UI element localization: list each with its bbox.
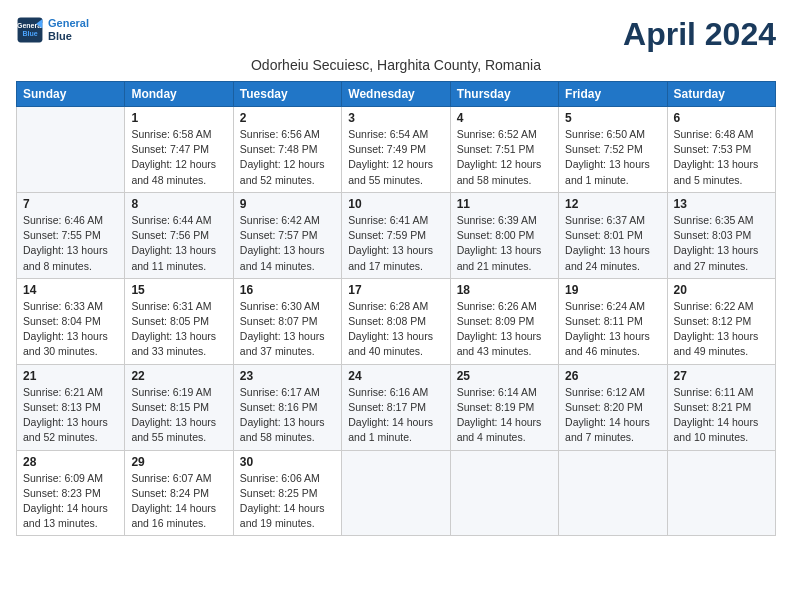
day-number: 27 [674,369,769,383]
logo-icon: General Blue [16,16,44,44]
calendar-cell: 26Sunrise: 6:12 AM Sunset: 8:20 PM Dayli… [559,364,667,450]
calendar-cell: 17Sunrise: 6:28 AM Sunset: 8:08 PM Dayli… [342,278,450,364]
calendar-cell: 3Sunrise: 6:54 AM Sunset: 7:49 PM Daylig… [342,107,450,193]
day-number: 16 [240,283,335,297]
day-number: 14 [23,283,118,297]
day-info: Sunrise: 6:11 AM Sunset: 8:21 PM Dayligh… [674,385,769,446]
day-info: Sunrise: 6:52 AM Sunset: 7:51 PM Dayligh… [457,127,552,188]
calendar-cell: 2Sunrise: 6:56 AM Sunset: 7:48 PM Daylig… [233,107,341,193]
day-number: 4 [457,111,552,125]
calendar-cell: 8Sunrise: 6:44 AM Sunset: 7:56 PM Daylig… [125,192,233,278]
day-info: Sunrise: 6:28 AM Sunset: 8:08 PM Dayligh… [348,299,443,360]
day-number: 13 [674,197,769,211]
calendar-cell: 9Sunrise: 6:42 AM Sunset: 7:57 PM Daylig… [233,192,341,278]
calendar-cell: 10Sunrise: 6:41 AM Sunset: 7:59 PM Dayli… [342,192,450,278]
day-info: Sunrise: 6:21 AM Sunset: 8:13 PM Dayligh… [23,385,118,446]
weekday-header-wednesday: Wednesday [342,82,450,107]
day-info: Sunrise: 6:17 AM Sunset: 8:16 PM Dayligh… [240,385,335,446]
logo-text: General Blue [48,17,89,43]
day-info: Sunrise: 6:14 AM Sunset: 8:19 PM Dayligh… [457,385,552,446]
header: General Blue General Blue April 2024 [16,16,776,53]
day-info: Sunrise: 6:31 AM Sunset: 8:05 PM Dayligh… [131,299,226,360]
day-number: 26 [565,369,660,383]
calendar-cell: 18Sunrise: 6:26 AM Sunset: 8:09 PM Dayli… [450,278,558,364]
calendar-cell: 22Sunrise: 6:19 AM Sunset: 8:15 PM Dayli… [125,364,233,450]
day-number: 18 [457,283,552,297]
day-number: 2 [240,111,335,125]
calendar-cell: 14Sunrise: 6:33 AM Sunset: 8:04 PM Dayli… [17,278,125,364]
calendar-cell [450,450,558,536]
calendar-cell: 12Sunrise: 6:37 AM Sunset: 8:01 PM Dayli… [559,192,667,278]
calendar-cell [559,450,667,536]
day-info: Sunrise: 6:12 AM Sunset: 8:20 PM Dayligh… [565,385,660,446]
day-info: Sunrise: 6:44 AM Sunset: 7:56 PM Dayligh… [131,213,226,274]
calendar-cell: 7Sunrise: 6:46 AM Sunset: 7:55 PM Daylig… [17,192,125,278]
weekday-header-saturday: Saturday [667,82,775,107]
day-info: Sunrise: 6:26 AM Sunset: 8:09 PM Dayligh… [457,299,552,360]
day-number: 8 [131,197,226,211]
day-info: Sunrise: 6:06 AM Sunset: 8:25 PM Dayligh… [240,471,335,532]
calendar-cell: 6Sunrise: 6:48 AM Sunset: 7:53 PM Daylig… [667,107,775,193]
weekday-header-sunday: Sunday [17,82,125,107]
day-info: Sunrise: 6:09 AM Sunset: 8:23 PM Dayligh… [23,471,118,532]
day-number: 20 [674,283,769,297]
day-info: Sunrise: 6:50 AM Sunset: 7:52 PM Dayligh… [565,127,660,188]
weekday-header-monday: Monday [125,82,233,107]
page-subtitle: Odorheiu Secuiesc, Harghita County, Roma… [16,57,776,73]
calendar-cell: 5Sunrise: 6:50 AM Sunset: 7:52 PM Daylig… [559,107,667,193]
day-info: Sunrise: 6:58 AM Sunset: 7:47 PM Dayligh… [131,127,226,188]
day-number: 28 [23,455,118,469]
day-info: Sunrise: 6:37 AM Sunset: 8:01 PM Dayligh… [565,213,660,274]
day-number: 15 [131,283,226,297]
logo: General Blue General Blue [16,16,89,44]
calendar-cell [667,450,775,536]
day-info: Sunrise: 6:54 AM Sunset: 7:49 PM Dayligh… [348,127,443,188]
day-number: 3 [348,111,443,125]
day-number: 17 [348,283,443,297]
calendar-cell: 25Sunrise: 6:14 AM Sunset: 8:19 PM Dayli… [450,364,558,450]
calendar-cell: 21Sunrise: 6:21 AM Sunset: 8:13 PM Dayli… [17,364,125,450]
day-number: 30 [240,455,335,469]
weekday-header-friday: Friday [559,82,667,107]
calendar-cell: 13Sunrise: 6:35 AM Sunset: 8:03 PM Dayli… [667,192,775,278]
calendar-cell: 30Sunrise: 6:06 AM Sunset: 8:25 PM Dayli… [233,450,341,536]
day-info: Sunrise: 6:19 AM Sunset: 8:15 PM Dayligh… [131,385,226,446]
day-info: Sunrise: 6:41 AM Sunset: 7:59 PM Dayligh… [348,213,443,274]
day-info: Sunrise: 6:56 AM Sunset: 7:48 PM Dayligh… [240,127,335,188]
calendar-cell: 20Sunrise: 6:22 AM Sunset: 8:12 PM Dayli… [667,278,775,364]
day-info: Sunrise: 6:07 AM Sunset: 8:24 PM Dayligh… [131,471,226,532]
day-info: Sunrise: 6:22 AM Sunset: 8:12 PM Dayligh… [674,299,769,360]
calendar-cell: 16Sunrise: 6:30 AM Sunset: 8:07 PM Dayli… [233,278,341,364]
calendar-cell: 29Sunrise: 6:07 AM Sunset: 8:24 PM Dayli… [125,450,233,536]
day-info: Sunrise: 6:16 AM Sunset: 8:17 PM Dayligh… [348,385,443,446]
calendar-cell: 27Sunrise: 6:11 AM Sunset: 8:21 PM Dayli… [667,364,775,450]
day-info: Sunrise: 6:33 AM Sunset: 8:04 PM Dayligh… [23,299,118,360]
calendar-cell: 15Sunrise: 6:31 AM Sunset: 8:05 PM Dayli… [125,278,233,364]
day-number: 23 [240,369,335,383]
weekday-header-tuesday: Tuesday [233,82,341,107]
svg-text:Blue: Blue [22,30,37,37]
day-number: 7 [23,197,118,211]
calendar-cell: 4Sunrise: 6:52 AM Sunset: 7:51 PM Daylig… [450,107,558,193]
calendar-table: SundayMondayTuesdayWednesdayThursdayFrid… [16,81,776,536]
calendar-cell: 1Sunrise: 6:58 AM Sunset: 7:47 PM Daylig… [125,107,233,193]
day-info: Sunrise: 6:46 AM Sunset: 7:55 PM Dayligh… [23,213,118,274]
calendar-cell [342,450,450,536]
day-number: 19 [565,283,660,297]
day-number: 22 [131,369,226,383]
calendar-cell: 24Sunrise: 6:16 AM Sunset: 8:17 PM Dayli… [342,364,450,450]
day-number: 11 [457,197,552,211]
day-number: 29 [131,455,226,469]
day-number: 5 [565,111,660,125]
day-number: 24 [348,369,443,383]
day-info: Sunrise: 6:42 AM Sunset: 7:57 PM Dayligh… [240,213,335,274]
calendar-cell: 11Sunrise: 6:39 AM Sunset: 8:00 PM Dayli… [450,192,558,278]
day-number: 10 [348,197,443,211]
calendar-cell: 23Sunrise: 6:17 AM Sunset: 8:16 PM Dayli… [233,364,341,450]
day-number: 6 [674,111,769,125]
day-info: Sunrise: 6:24 AM Sunset: 8:11 PM Dayligh… [565,299,660,360]
day-number: 1 [131,111,226,125]
calendar-cell: 28Sunrise: 6:09 AM Sunset: 8:23 PM Dayli… [17,450,125,536]
day-info: Sunrise: 6:30 AM Sunset: 8:07 PM Dayligh… [240,299,335,360]
day-number: 9 [240,197,335,211]
